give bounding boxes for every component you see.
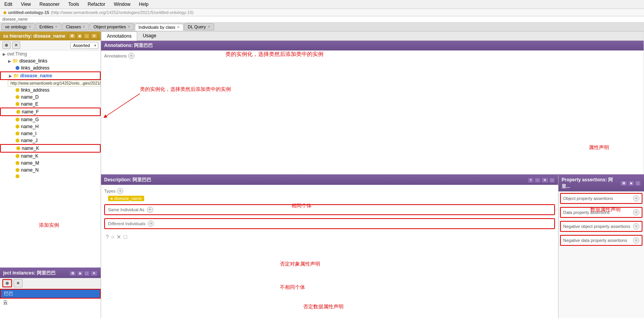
tree-item-name-d[interactable]: name_E xyxy=(0,101,101,108)
tree-item-name-j[interactable]: name_K xyxy=(0,144,101,153)
tab-dl-query[interactable]: DL Query ✕ xyxy=(184,23,214,30)
prop-icon-3[interactable]: □ xyxy=(635,181,641,186)
tab-close-individuals[interactable]: ✕ xyxy=(177,25,180,29)
delete-class-button[interactable]: ✕ xyxy=(12,42,20,49)
add-class-button[interactable]: ⊕ xyxy=(2,42,10,49)
hier-icon-3[interactable]: □ xyxy=(84,33,90,39)
hier-icon-1[interactable]: ⚙ xyxy=(68,33,76,39)
add-neg-object-property-button[interactable]: + xyxy=(633,223,639,229)
tab-usage[interactable]: Usage xyxy=(137,31,162,40)
instance-item-yun[interactable]: 云 xyxy=(0,299,101,307)
tree-item-name-e[interactable]: name_F xyxy=(0,108,101,116)
object-property-label: Object property assertions xyxy=(563,196,613,201)
tree-item-name-n[interactable] xyxy=(0,174,101,179)
instances-toolbar: ⊕ ✕ xyxy=(0,278,101,289)
circle-icon[interactable]: ○ xyxy=(111,234,114,240)
class-tree: ▶ owl:Thing ▶ 📁 disease_links links_addr… xyxy=(0,50,101,268)
delete-instance-button[interactable]: ✕ xyxy=(14,279,23,287)
tab-object-properties[interactable]: Object properties ✕ xyxy=(90,23,134,30)
property-title-bar: Property assertions: 阿里... ⚙ ■ □ xyxy=(558,175,644,191)
breadcrumb: disease_name xyxy=(0,16,644,23)
inst-icon-1[interactable]: ⚙ xyxy=(69,271,76,276)
help-circle-icon[interactable]: ? xyxy=(106,234,109,240)
box-icon[interactable]: □ xyxy=(124,234,127,240)
tab-individuals-by-class[interactable]: Individuals by class ✕ xyxy=(135,24,183,31)
desc-square-icon[interactable]: □ xyxy=(549,177,555,183)
neg-object-property-label: Negative object property assertions xyxy=(563,224,630,229)
close-x-icon[interactable]: ✕ xyxy=(117,234,121,240)
tree-item-disease-links[interactable]: ▶ 📁 disease_links xyxy=(0,57,101,64)
tab-annotations[interactable]: Annotations xyxy=(101,31,137,41)
tree-item-links-address-blue[interactable]: links_address xyxy=(0,64,101,71)
add-type-button[interactable]: + xyxy=(117,188,123,194)
tree-item-name-k[interactable]: name_K xyxy=(0,153,101,160)
prop-icon-1[interactable]: ⚙ xyxy=(620,181,627,186)
property-header-icons: ⚙ ■ □ xyxy=(620,181,641,186)
url-tooltip: http://www.semanticweb.org/14252/onto...… xyxy=(8,80,101,87)
tree-item-name-l[interactable]: name_M xyxy=(0,160,101,167)
description-title-bar: Description: 阿里巴巴 ? ○ ✕ □ xyxy=(101,175,558,185)
hier-icon-4[interactable]: ✕ xyxy=(91,33,98,39)
add-object-property-button[interactable]: + xyxy=(633,195,639,202)
tab-close-ve[interactable]: ✕ xyxy=(28,25,31,29)
tree-item-name-g[interactable]: name_H xyxy=(0,123,101,130)
tab-close-dl[interactable]: ✕ xyxy=(208,25,211,29)
menu-view[interactable]: View xyxy=(20,1,32,7)
tab-bar: ve ontology ✕ Entities ✕ Classes ✕ Objec… xyxy=(0,23,644,31)
tree-item-links-address-2[interactable]: links_address xyxy=(0,87,101,94)
same-individual-section: Same Individual As + xyxy=(104,204,555,215)
description-panel: Description: 阿里巴巴 ? ○ ✕ □ xyxy=(101,175,558,318)
inst-icon-4[interactable]: ✕ xyxy=(91,271,98,276)
instance-item-alibaba[interactable]: 巴巴 xyxy=(0,289,101,299)
desc-circle-icon[interactable]: ○ xyxy=(534,177,540,183)
tree-item-name-i[interactable]: name_J xyxy=(0,137,101,144)
tree-item-name-h[interactable]: name_I xyxy=(0,130,101,137)
tab-close-entities[interactable]: ✕ xyxy=(55,25,58,29)
prop-icon-2[interactable]: ■ xyxy=(628,181,634,186)
neg-object-property-assertions-section: Negative object property assertions + xyxy=(560,221,642,232)
hier-icon-2[interactable]: ■ xyxy=(77,33,83,39)
types-section: Types + ● disease_name xyxy=(104,188,555,201)
desc-help-icon[interactable]: ? xyxy=(528,177,534,183)
annotations-tabs: Annotations Usage xyxy=(101,31,644,41)
tree-item-disease-name[interactable]: ▶ 📁 disease_name xyxy=(0,71,101,80)
inst-icon-2[interactable]: ■ xyxy=(77,271,83,276)
inst-icon-3[interactable]: □ xyxy=(84,271,90,276)
disease-name-badge: ● disease_name xyxy=(108,196,144,201)
tab-ve-ontology[interactable]: ve ontology ✕ xyxy=(2,23,35,30)
menu-tools[interactable]: Tools xyxy=(67,1,80,7)
different-individuals-label: Different Individuals xyxy=(108,221,145,226)
add-same-individual-button[interactable]: + xyxy=(147,207,153,213)
tree-item-name-m[interactable]: name_N xyxy=(0,167,101,174)
neg-data-property-assertions-section: Negative data property assertions + xyxy=(560,235,642,246)
object-property-assertions-section: Object property assertions + xyxy=(560,193,642,204)
add-instance-button[interactable]: ⊕ xyxy=(2,279,12,287)
tab-classes[interactable]: Classes ✕ xyxy=(62,23,89,30)
add-different-individuals-button[interactable]: + xyxy=(148,221,154,227)
tab-close-object[interactable]: ✕ xyxy=(127,25,131,29)
ontology-title: untitled-ontology-15 xyxy=(8,10,49,15)
tree-item-owl-thing[interactable]: ▶ owl:Thing xyxy=(0,50,101,57)
annotations-title-bar: Annotations: 阿里巴巴 xyxy=(101,41,644,50)
class-hierarchy-header: ss hierarchy: disease_name ⚙ ■ □ ✕ xyxy=(0,31,101,40)
desc-x-icon[interactable]: ✕ xyxy=(541,177,548,183)
description-action-icons: ? ○ ✕ □ xyxy=(104,234,555,240)
tab-entities[interactable]: Entities ✕ xyxy=(36,23,61,30)
menu-edit[interactable]: Edit xyxy=(3,1,14,7)
menu-reasoner[interactable]: Reasoner xyxy=(38,1,61,7)
tree-item-name-f[interactable]: name_G xyxy=(0,116,101,123)
add-data-property-button[interactable]: + xyxy=(633,209,639,215)
add-neg-data-property-button[interactable]: + xyxy=(633,237,639,243)
menu-window[interactable]: Window xyxy=(113,1,132,7)
left-panel: ss hierarchy: disease_name ⚙ ■ □ ✕ ⊕ ✕ A… xyxy=(0,31,101,318)
same-individual-label: Same Individual As xyxy=(108,207,145,212)
add-annotation-button[interactable]: + xyxy=(128,53,134,59)
menu-help[interactable]: Help xyxy=(138,1,150,7)
menu-refactor[interactable]: Refactor xyxy=(87,1,106,7)
instances-header-icons: ⚙ ■ □ ✕ xyxy=(69,271,98,276)
tree-item-name-c[interactable]: name_D xyxy=(0,94,101,101)
asserted-dropdown[interactable]: AssertedInferred xyxy=(70,42,98,49)
ontology-url: (http://www.semanticweb.org/14252/ontolo… xyxy=(51,10,194,15)
tab-close-classes[interactable]: ✕ xyxy=(82,25,86,29)
annotations-label: Annotations xyxy=(104,54,127,58)
